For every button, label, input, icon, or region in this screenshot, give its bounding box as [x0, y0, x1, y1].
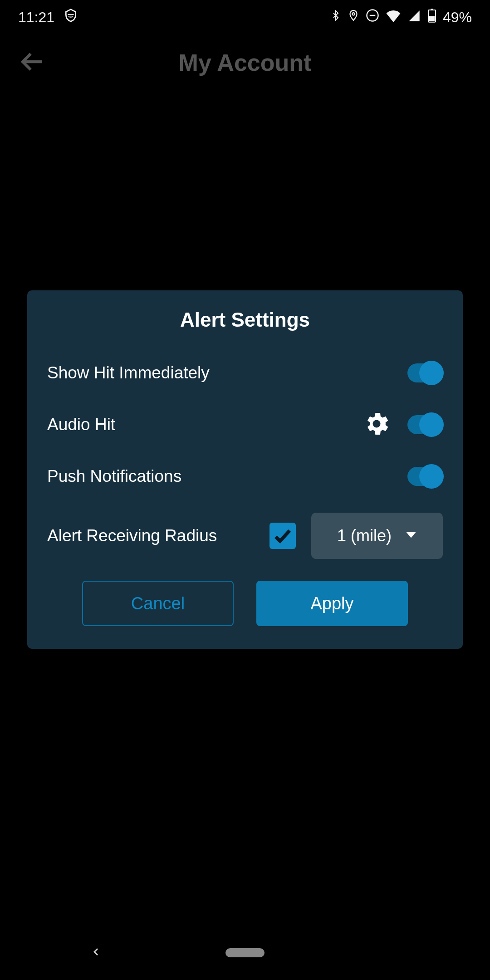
- select-radius[interactable]: 1 (mile): [311, 513, 443, 559]
- row-audio-hit: Audio Hit: [47, 409, 443, 440]
- gear-icon[interactable]: [362, 409, 391, 440]
- dialog-buttons: Cancel Apply: [47, 581, 443, 626]
- row-show-hit: Show Hit Immediately: [47, 358, 443, 387]
- toggle-show-hit[interactable]: [407, 363, 443, 382]
- label-audio-hit: Audio Hit: [47, 415, 115, 434]
- label-alert-radius: Alert Receiving Radius: [47, 526, 217, 545]
- svg-point-7: [372, 420, 380, 427]
- cancel-button-label: Cancel: [131, 594, 185, 613]
- apply-button[interactable]: Apply: [256, 581, 408, 626]
- toggle-audio-hit[interactable]: [407, 415, 443, 434]
- chevron-down-icon: [405, 531, 417, 541]
- toggle-push-notifications[interactable]: [407, 467, 443, 486]
- apply-button-label: Apply: [310, 594, 353, 613]
- nav-back-icon[interactable]: [91, 945, 102, 960]
- dialog-title: Alert Settings: [47, 309, 443, 331]
- alert-settings-dialog: Alert Settings Show Hit Immediately Audi…: [27, 290, 463, 649]
- label-show-hit: Show Hit Immediately: [47, 363, 210, 382]
- cancel-button[interactable]: Cancel: [82, 581, 234, 626]
- label-push-notifications: Push Notifications: [47, 467, 181, 486]
- checkbox-alert-radius[interactable]: [270, 523, 296, 549]
- system-nav-bar: [0, 926, 490, 980]
- row-push-notifications: Push Notifications: [47, 462, 443, 491]
- row-alert-radius: Alert Receiving Radius 1 (mile): [47, 513, 443, 559]
- select-radius-value: 1 (mile): [337, 526, 392, 545]
- nav-home-pill[interactable]: [225, 948, 265, 957]
